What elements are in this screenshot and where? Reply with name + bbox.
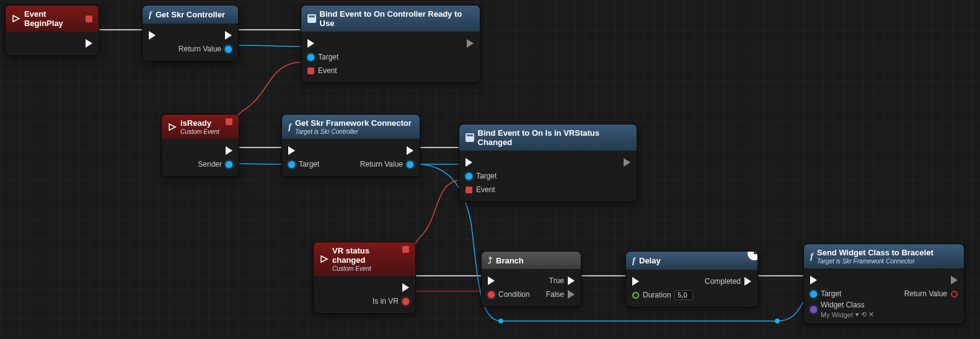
node-title: Delay [639,256,661,265]
delegate-pin-icon [86,15,92,22]
function-icon: f [632,255,635,266]
node-vr-status-changed[interactable]: VR status changedCustom Event Is in VR [313,242,416,314]
node-subtitle: Custom Event [180,128,219,135]
node-title: VR status changed [332,246,369,265]
node-isready-event[interactable]: isReadyCustom Event Sender [161,114,239,177]
exec-out-pin[interactable] [467,39,474,48]
node-bind-vrstatus-changed[interactable]: Bind Event to On Is in VRStatus Changed … [459,124,637,202]
bind-icon [307,14,316,23]
function-icon: f [810,251,813,262]
exec-out-pin[interactable] [226,146,232,155]
node-title: Get Skr Controller [156,10,225,19]
false-pin[interactable]: False [546,290,575,299]
target-pin[interactable]: Target [466,172,497,180]
node-get-framework-connector[interactable]: f Get Skr Framework ConnectorTarget is S… [281,114,420,177]
branch-icon: ⤴ [488,255,492,265]
widget-class-dropdown[interactable]: My Widget▾ ⟲ ✕ [821,310,874,319]
bind-icon [466,133,474,142]
node-header: f Delay [626,252,757,270]
node-header: Bind Event to On Is in VRStatus Changed [459,125,637,151]
sender-pin[interactable]: Sender [198,160,232,169]
event-pin[interactable]: Event [307,66,337,75]
event-icon [320,255,329,263]
completed-pin[interactable]: Completed [705,277,751,286]
exec-in-pin[interactable] [466,158,472,167]
node-title: Event BeginPlay [24,9,82,28]
return-value-pin[interactable]: Return Value [360,160,413,169]
duration-input[interactable] [674,290,693,300]
delegate-pin-icon [226,118,232,125]
exec-in-pin[interactable] [288,146,295,155]
node-get-skr-controller[interactable]: f Get Skr Controller Return Value [142,5,239,61]
node-header: ⤴ Branch [482,252,581,269]
node-title: Bind Event to On Controller Ready to Use [320,9,474,28]
node-title: Send Widget Class to Bracelet [817,248,934,257]
node-event-beginplay[interactable]: Event BeginPlay [5,5,99,56]
node-title: isReady [180,118,211,128]
exec-in-pin[interactable] [488,276,495,285]
true-pin[interactable]: True [549,276,575,285]
node-header: f Send Widget Class to BraceletTarget is… [804,244,964,268]
node-header: Bind Event to On Controller Ready to Use [301,6,480,32]
target-pin[interactable]: Target [810,289,841,298]
node-delay[interactable]: f Delay Completed Duration [625,251,758,307]
node-header: isReadyCustom Event [162,115,239,139]
exec-out-pin[interactable] [951,276,958,284]
return-value-pin[interactable]: Return Value [904,289,958,298]
exec-in-pin[interactable] [632,277,639,286]
node-title: Get Skr Framework Connector [295,118,412,128]
node-subtitle: Target is Skr Controller [295,128,412,135]
node-header: f Get Skr Framework ConnectorTarget is S… [282,115,420,139]
event-pin[interactable]: Event [466,185,495,194]
exec-in-pin[interactable] [149,31,156,40]
node-bind-controller-ready[interactable]: Bind Event to On Controller Ready to Use… [301,5,480,83]
function-icon: f [149,9,152,20]
exec-out-pin[interactable] [225,31,232,40]
exec-out-pin[interactable] [624,158,630,167]
event-icon [168,123,177,131]
node-branch[interactable]: ⤴ Branch True ConditionFalse [481,251,581,307]
exec-in-pin[interactable] [810,276,817,284]
node-subtitle: Target is Skr Framework Connector [817,258,934,265]
delegate-pin-icon [402,246,409,253]
exec-in-pin[interactable] [307,39,314,48]
node-header: f Get Skr Controller [143,6,238,24]
node-send-widget-class[interactable]: f Send Widget Class to BraceletTarget is… [803,244,965,324]
duration-pin[interactable]: Duration [632,290,693,300]
target-pin[interactable]: Target [307,53,338,61]
is-in-vr-pin[interactable]: Is in VR [373,297,409,306]
return-value-pin[interactable]: Return Value [179,45,232,53]
node-header: Event BeginPlay [6,6,99,32]
node-title: Branch [496,256,524,265]
exec-out-pin[interactable] [86,39,92,48]
widget-class-pin[interactable]: Widget ClassMy Widget▾ ⟲ ✕ [810,301,874,319]
node-subtitle: Custom Event [332,265,399,272]
target-pin[interactable]: Target [288,160,319,169]
event-icon [12,14,20,23]
function-icon: f [288,121,291,132]
condition-pin[interactable]: Condition [488,290,530,299]
exec-out-pin[interactable] [407,146,413,155]
node-header: VR status changedCustom Event [314,242,415,276]
exec-out-pin[interactable] [402,283,409,292]
node-title: Bind Event to On Is in VRStatus Changed [478,128,631,147]
